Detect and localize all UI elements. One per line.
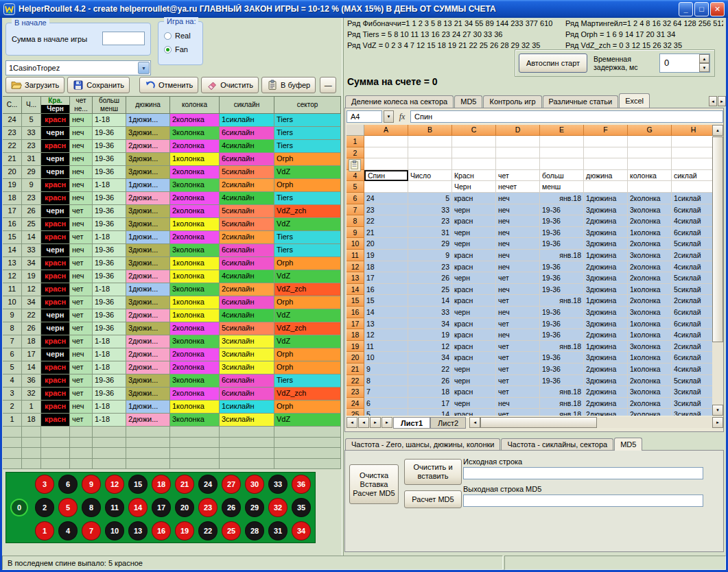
tab-scroll-right-icon[interactable]: ►: [718, 96, 726, 106]
cell-D3[interactable]: [496, 158, 540, 170]
spin-row[interactable]: 1219красннеч19-362дюжи...1колонка4сиклай…: [3, 270, 341, 283]
cell-A9[interactable]: 21: [364, 227, 408, 239]
tab-scroll-left-icon[interactable]: ◄: [709, 96, 717, 106]
cell-H4[interactable]: сиклай: [672, 170, 712, 182]
spin-row[interactable]: 514краснчет1-182дюжи...2колонка3сиклайнO…: [3, 361, 341, 374]
main-tab-1[interactable]: MD5: [454, 95, 482, 108]
spin-row[interactable]: 1625красннеч19-363дюжи...1колонка5сиклай…: [3, 218, 341, 231]
cell-F5[interactable]: [584, 181, 628, 193]
cell-C3[interactable]: [452, 158, 496, 170]
cell-D13[interactable]: чет: [496, 272, 540, 284]
spinner-down-icon[interactable]: ▼: [699, 63, 709, 72]
radio-option-fan[interactable]: Fan: [164, 45, 188, 53]
excel-row-header-21[interactable]: 21: [347, 364, 364, 375]
cell-H12[interactable]: 4сиклай: [672, 261, 712, 273]
scroll-down-icon[interactable]: ▼: [712, 405, 723, 416]
save-button[interactable]: Сохранить: [67, 77, 130, 93]
excel-select-all-corner[interactable]: [347, 125, 364, 136]
cell-E21[interactable]: 19-36: [540, 364, 584, 375]
excel-row-header-17[interactable]: 17: [347, 318, 364, 330]
cell-H6[interactable]: 1сиклай: [672, 193, 712, 204]
board-number-19[interactable]: 19: [175, 521, 194, 540]
excel-row-header-2[interactable]: 2: [347, 147, 364, 159]
md5-input-field[interactable]: [463, 467, 703, 479]
cell-E24[interactable]: янв.18: [540, 398, 584, 409]
sheet-nav-next-icon[interactable]: ►: [370, 417, 381, 428]
dash-button[interactable]: —: [320, 77, 336, 93]
autospin-start-button[interactable]: Автоспин старт: [519, 53, 587, 73]
cell-B20[interactable]: 34: [408, 352, 452, 364]
cell-G10[interactable]: 2колонка: [628, 238, 672, 250]
excel-column-header-G[interactable]: G: [628, 125, 672, 136]
cell-E7[interactable]: 19-36: [540, 204, 584, 216]
vertical-scroll-thumb[interactable]: [712, 136, 723, 342]
cell-D9[interactable]: неч: [496, 227, 540, 239]
cell-C11[interactable]: красн: [452, 250, 496, 261]
cell-E3[interactable]: [540, 158, 584, 170]
cell-G18[interactable]: 1колонка: [628, 329, 672, 341]
cell-F9[interactable]: 3дюжина: [584, 227, 628, 239]
spin-row[interactable]: 21красннеч1-181дюжи...1колонка1сиклайнOr…: [3, 401, 341, 414]
board-number-4[interactable]: 4: [58, 521, 78, 540]
sheet-tab-1[interactable]: Лист1: [393, 417, 430, 429]
excel-column-header-F[interactable]: F: [584, 125, 628, 136]
cell-H25[interactable]: 3сиклай: [672, 409, 712, 416]
bottom-tab-0[interactable]: Частота - Zero, шансы, дюжины, колонки: [345, 438, 500, 451]
main-tab-4[interactable]: Excel: [619, 93, 650, 108]
main-tab-2[interactable]: Контроль игр: [483, 95, 541, 108]
insert-function-icon[interactable]: fx: [395, 112, 409, 122]
board-number-5[interactable]: 5: [58, 498, 78, 517]
cell-C5[interactable]: Черн: [452, 181, 496, 193]
cell-G12[interactable]: 2колонка: [628, 261, 672, 273]
cell-G5[interactable]: [628, 181, 672, 193]
cell-G4[interactable]: колонка: [628, 170, 672, 182]
cell-D18[interactable]: неч: [496, 329, 540, 341]
cell-C16[interactable]: черн: [452, 307, 496, 318]
excel-row-header-4[interactable]: 4: [347, 170, 364, 182]
cell-C9[interactable]: черн: [452, 227, 496, 239]
cell-C25[interactable]: красн: [452, 409, 496, 416]
close-button[interactable]: ✕: [710, 2, 725, 16]
cell-B21[interactable]: 22: [408, 364, 452, 375]
scroll-up-icon[interactable]: ▲: [712, 125, 723, 136]
cell-A18[interactable]: 12: [364, 329, 408, 341]
name-box-dropdown-icon[interactable]: ▼: [384, 110, 394, 123]
cell-G19[interactable]: 3колонка: [628, 341, 672, 353]
spin-row[interactable]: 1433черннеч19-363дюжи...3колонка6сиклайн…: [3, 244, 341, 257]
cell-F18[interactable]: 2дюжина: [584, 329, 628, 341]
cell-D10[interactable]: неч: [496, 238, 540, 250]
excel-column-header-E[interactable]: E: [540, 125, 584, 136]
cell-E14[interactable]: 19-36: [540, 284, 584, 296]
cell-E20[interactable]: 19-36: [540, 352, 584, 364]
cell-H10[interactable]: 5сиклай: [672, 238, 712, 250]
cell-A11[interactable]: 19: [364, 250, 408, 261]
cell-G16[interactable]: 3колонка: [628, 307, 672, 318]
cell-C4[interactable]: Красн: [452, 170, 496, 182]
cell-A7[interactable]: 23: [364, 204, 408, 216]
cell-A22[interactable]: 8: [364, 375, 408, 387]
cell-D7[interactable]: неч: [496, 204, 540, 216]
clear-button[interactable]: Очистить: [201, 77, 259, 93]
cell-E9[interactable]: 19-36: [540, 227, 584, 239]
cell-F10[interactable]: 3дюжина: [584, 238, 628, 250]
cell-D17[interactable]: чет: [496, 318, 540, 330]
cell-C6[interactable]: красн: [452, 193, 496, 204]
excel-row-header-16[interactable]: 16: [347, 307, 364, 318]
board-number-25[interactable]: 25: [222, 521, 241, 540]
board-number-10[interactable]: 10: [105, 521, 124, 540]
excel-column-header-B[interactable]: B: [408, 125, 452, 136]
spin-row[interactable]: 1034краснчет19-363дюжи...1колонка6сиклай…: [3, 296, 341, 309]
cell-D21[interactable]: чет: [496, 364, 540, 375]
cell-C22[interactable]: черн: [452, 375, 496, 387]
cell-F8[interactable]: 2дюжина: [584, 215, 628, 227]
cell-B6[interactable]: 5: [408, 193, 452, 204]
spinner-up-icon[interactable]: ▲: [699, 54, 709, 63]
spin-row[interactable]: 2333черннеч19-363дюжи...3колонка6сиклайн…: [3, 127, 341, 140]
bottom-tab-2[interactable]: MD5: [614, 438, 642, 451]
cell-F17[interactable]: 3дюжина: [584, 318, 628, 330]
clear-and-paste-button[interactable]: Очистить и вставить: [404, 459, 462, 485]
chevron-down-icon[interactable]: ▼: [138, 62, 150, 74]
clear-paste-calc-button[interactable]: ОчисткаВставкаРасчет MD5: [349, 464, 399, 504]
board-number-11[interactable]: 11: [105, 498, 124, 517]
cell-E8[interactable]: 19-36: [540, 215, 584, 227]
